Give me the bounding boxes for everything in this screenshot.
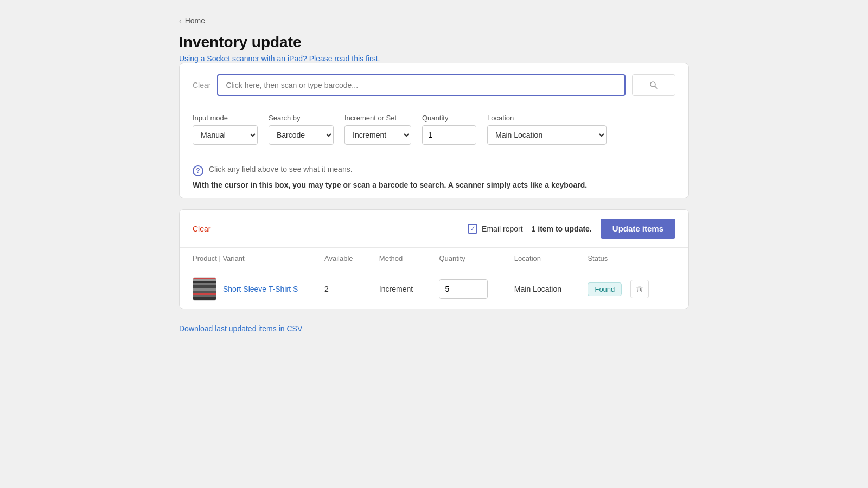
location-group: Location Main Location Warehouse Store F…: [487, 114, 607, 145]
location-label: Location: [487, 114, 607, 122]
help-text: Click any field above to see what it mea…: [209, 165, 353, 174]
quantity-cell: [426, 269, 501, 309]
back-chevron-icon: ‹: [179, 16, 182, 25]
search-button[interactable]: [632, 74, 675, 96]
col-available: Available: [311, 248, 366, 269]
csv-download-link[interactable]: Download last updated items in CSV: [179, 324, 302, 333]
help-bold-text: With the cursor in this box, you may typ…: [193, 181, 675, 189]
email-report-label: Email report: [482, 224, 522, 233]
row-quantity-input[interactable]: [439, 279, 488, 299]
col-location: Location: [501, 248, 575, 269]
scan-section: Clear Input mode Manual Auto: [180, 63, 688, 156]
input-mode-label: Input mode: [193, 114, 258, 122]
scan-card: Clear Input mode Manual Auto: [179, 63, 689, 198]
barcode-input[interactable]: [217, 74, 626, 96]
help-row: ? Click any field above to see what it m…: [193, 165, 675, 176]
home-link[interactable]: Home: [185, 16, 205, 25]
trash-icon: [636, 285, 643, 293]
input-mode-select[interactable]: Manual Auto: [193, 125, 258, 145]
increment-set-select[interactable]: Increment Set: [344, 125, 411, 145]
svg-line-1: [655, 86, 657, 88]
svg-rect-2: [636, 287, 643, 287]
breadcrumb: ‹ Home: [179, 16, 689, 25]
product-thumbnail: [193, 277, 216, 301]
items-card: Clear ✓ Email report 1 item to update. U…: [179, 209, 689, 309]
location-cell: Main Location: [501, 269, 575, 309]
col-actions: [662, 248, 688, 269]
location-select[interactable]: Main Location Warehouse Store Front: [487, 125, 607, 145]
update-items-button[interactable]: Update items: [601, 219, 675, 239]
table-row: Short Sleeve T-Shirt S 2 Increment Main …: [180, 269, 688, 309]
delete-row-button[interactable]: [630, 280, 649, 298]
increment-set-label: Increment or Set: [344, 114, 411, 122]
product-cell: Short Sleeve T-Shirt S: [180, 269, 311, 309]
col-product: Product | Variant: [180, 248, 311, 269]
col-quantity: Quantity: [426, 248, 501, 269]
page-title: Inventory update: [179, 34, 689, 51]
increment-set-group: Increment or Set Increment Set: [344, 114, 411, 145]
status-cell: Found: [575, 269, 662, 309]
scan-top-row: Clear: [193, 74, 675, 96]
items-toolbar: Clear ✓ Email report 1 item to update. U…: [180, 210, 688, 247]
quantity-group: Quantity: [422, 114, 476, 145]
search-icon: [649, 81, 658, 89]
svg-rect-3: [638, 286, 641, 286]
search-by-group: Search by Barcode SKU Title: [269, 114, 334, 145]
search-by-label: Search by: [269, 114, 334, 122]
col-method: Method: [366, 248, 426, 269]
search-by-select[interactable]: Barcode SKU Title: [269, 125, 334, 145]
quantity-label: Quantity: [422, 114, 476, 122]
email-report-checkbox-group: ✓ Email report: [468, 224, 522, 234]
items-table: Product | Variant Available Method Quant…: [180, 248, 688, 309]
clear-top-button[interactable]: Clear: [193, 81, 210, 89]
input-mode-group: Input mode Manual Auto: [193, 114, 258, 145]
help-icon[interactable]: ?: [193, 165, 203, 176]
email-report-checkbox[interactable]: ✓: [468, 224, 477, 234]
found-badge: Found: [588, 282, 622, 296]
quantity-input[interactable]: [422, 125, 476, 145]
product-link[interactable]: Short Sleeve T-Shirt S: [223, 285, 298, 293]
items-count: 1 item to update.: [532, 224, 592, 233]
col-status: Status: [575, 248, 662, 269]
checkmark-icon: ✓: [470, 225, 476, 232]
available-cell: 2: [311, 269, 366, 309]
page-subtitle-link[interactable]: Using a Socket scanner with an iPad? Ple…: [179, 54, 380, 63]
controls-row: Input mode Manual Auto Search by Barcode…: [193, 114, 675, 145]
method-cell: Increment: [366, 269, 426, 309]
help-section: ? Click any field above to see what it m…: [180, 156, 688, 198]
clear-items-button[interactable]: Clear: [193, 224, 210, 233]
